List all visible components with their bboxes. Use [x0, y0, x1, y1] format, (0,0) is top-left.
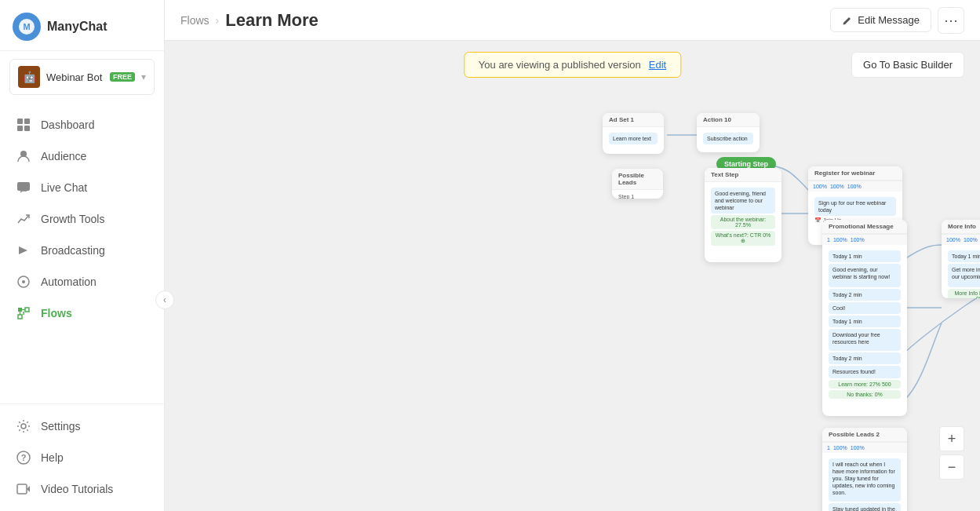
svg-marker-8: [19, 246, 27, 254]
node-message: I will reach out when I have more inform…: [829, 458, 901, 502]
sidebar-item-automation[interactable]: Automation: [0, 266, 164, 297]
stat-item: 100%: [813, 184, 827, 189]
bot-selector[interactable]: 🤖 Webinar Bot FREE ▾: [9, 59, 155, 95]
svg-point-14: [21, 424, 26, 429]
node-message: Cool!: [829, 302, 901, 314]
more-icon: ⋯: [944, 12, 958, 29]
dashboard-icon: [16, 117, 31, 133]
flow-node-action10[interactable]: Action 10 Subscribe action: [697, 113, 760, 152]
node-message: Today 1 min: [829, 316, 901, 327]
more-options-button[interactable]: ⋯: [938, 7, 964, 34]
sidebar-item-dashboard[interactable]: Dashboard: [0, 109, 164, 141]
stat-row: 1 100% 100%: [822, 442, 907, 453]
node-header: Promotional Message: [822, 220, 907, 234]
logo-icon: M: [13, 13, 41, 41]
node-header: More Info: [942, 220, 980, 234]
zoom-out-button[interactable]: −: [939, 454, 964, 480]
edit-message-button[interactable]: Edit Message: [830, 8, 931, 32]
svg-rect-3: [24, 119, 30, 124]
stat-item: 100%: [830, 184, 844, 189]
flow-node-more-info[interactable]: More Info 100% 100% 100% Today 1 min Get…: [942, 220, 980, 298]
sidebar-item-label: Video Tutorials: [41, 483, 113, 495]
node-message: Today 2 min: [829, 352, 901, 364]
sidebar-item-label: Live Chat: [41, 181, 87, 194]
minus-icon: −: [948, 459, 956, 476]
flow-canvas: Ad Set 1 Learn more text Action 10 Subsc…: [165, 41, 980, 511]
growth-tools-icon: [16, 211, 31, 227]
svg-text:M: M: [23, 22, 30, 31]
stat-item: 1: [827, 237, 830, 243]
settings-icon: [16, 418, 31, 434]
plan-badge: FREE: [110, 72, 135, 82]
flow-node-text-step[interactable]: Text Step Good evening, friend and welco…: [705, 168, 781, 262]
svg-text:?: ?: [21, 453, 27, 462]
stat-row: 100% 100% 100%: [808, 181, 902, 192]
node-message: Resources found!: [829, 366, 901, 378]
node-message: Today 1 min: [829, 250, 901, 262]
node-button[interactable]: About the webinar: 27.5%: [711, 215, 775, 229]
node-header: Possible Leads: [612, 169, 663, 190]
sidebar: M ManyChat 🤖 Webinar Bot FREE ▾ Dashboar…: [0, 0, 165, 511]
node-button[interactable]: More Info Here: CTR 0%: [948, 289, 980, 298]
node-message: Today 2 min: [829, 289, 901, 301]
sidebar-item-label: Automation: [41, 276, 97, 288]
flows-icon: [16, 305, 31, 321]
sidebar-item-label: Help: [41, 451, 64, 464]
chevron-down-icon: ▾: [141, 71, 146, 82]
node-message: Good evening, our webinar is starting no…: [829, 264, 901, 287]
app-name: ManyChat: [47, 20, 107, 34]
breadcrumb-current: Learn More: [225, 10, 319, 31]
sidebar-item-live-chat[interactable]: Live Chat: [0, 172, 164, 203]
basic-builder-button[interactable]: Go To Basic Builder: [851, 52, 964, 78]
sidebar-item-label: Audience: [41, 150, 86, 162]
node-message: Download your free resources here: [829, 329, 901, 351]
sidebar-item-settings[interactable]: Settings: [0, 411, 164, 442]
audience-icon: [16, 148, 31, 164]
sidebar-item-flows[interactable]: Flows: [0, 297, 164, 329]
sidebar-collapse-button[interactable]: ‹: [155, 290, 174, 309]
sidebar-item-label: Flows: [41, 307, 72, 319]
breadcrumb-parent[interactable]: Flows: [180, 14, 209, 27]
breadcrumb: Flows › Learn More: [180, 10, 319, 31]
stat-item: 100%: [964, 237, 978, 243]
flow-node-ad-set[interactable]: Ad Set 1 Learn more text: [603, 113, 664, 154]
svg-rect-5: [24, 126, 30, 131]
published-banner: You are viewing a published version Edit: [464, 52, 681, 78]
node-body: Step 1: [612, 190, 663, 199]
stat-item: 100%: [946, 237, 960, 243]
node-body: Good evening, friend and welcome to our …: [705, 182, 781, 251]
stat-row: 100% 100% 100%: [942, 234, 980, 245]
sidebar-item-label: Settings: [41, 420, 81, 433]
node-message: Today 1 min: [948, 250, 980, 262]
node-button[interactable]: Learn more: 27% 500: [829, 380, 901, 389]
edit-icon: [842, 15, 853, 26]
zoom-in-button[interactable]: +: [939, 426, 964, 451]
breadcrumb-separator: ›: [216, 14, 220, 27]
sidebar-item-help[interactable]: ? Help: [0, 442, 164, 473]
node-message: Learn more text: [609, 133, 658, 144]
stat-item: 100%: [833, 445, 847, 451]
node-message: Subscribe action: [703, 133, 753, 144]
node-body: Today 1 min Get more info about our upco…: [942, 245, 980, 298]
top-actions: Edit Message ⋯: [830, 7, 964, 34]
sidebar-item-broadcasting[interactable]: Broadcasting: [0, 235, 164, 266]
video-icon: [16, 481, 31, 497]
flow-node-possible-leads[interactable]: Possible Leads Step 1: [612, 169, 663, 199]
svg-rect-7: [17, 182, 30, 191]
sidebar-item-growth-tools[interactable]: Growth Tools: [0, 203, 164, 235]
stat-row: 1 100% 100%: [822, 234, 907, 245]
node-header: Register for webinar: [808, 166, 902, 181]
svg-point-10: [22, 280, 25, 283]
sidebar-item-audience[interactable]: Audience: [0, 141, 164, 172]
node-header: Ad Set 1: [603, 113, 664, 127]
node-message: Sign up for our free webinar today: [814, 197, 896, 216]
node-button[interactable]: No thanks: 0%: [829, 390, 901, 399]
broadcasting-icon: [16, 243, 31, 258]
flow-node-possible-leads-2[interactable]: Possible Leads 2 1 100% 100% I will reac…: [822, 428, 907, 511]
node-button[interactable]: What's next?: CTR 0% ⊕: [711, 231, 775, 246]
zoom-controls: + −: [939, 426, 964, 480]
banner-edit-link[interactable]: Edit: [649, 59, 666, 71]
flow-node-promo-message[interactable]: Promotional Message 1 100% 100% Today 1 …: [822, 220, 907, 416]
banner-text: You are viewing a published version: [479, 59, 641, 71]
sidebar-item-video-tutorials[interactable]: Video Tutorials: [0, 473, 164, 505]
